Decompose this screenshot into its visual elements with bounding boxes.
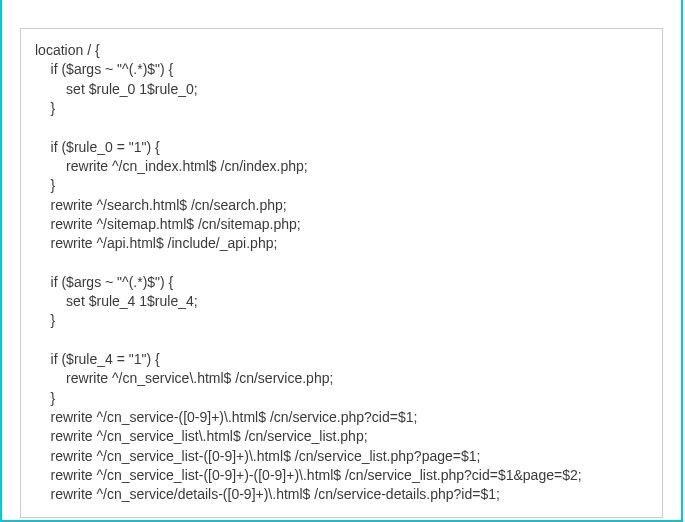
nginx-config-code: location / { if ($args ~ "^(.*)$") { set…	[35, 41, 648, 518]
code-block: location / { if ($args ~ "^(.*)$") { set…	[20, 28, 663, 518]
page-frame: location / { if ($args ~ "^(.*)$") { set…	[0, 0, 683, 522]
